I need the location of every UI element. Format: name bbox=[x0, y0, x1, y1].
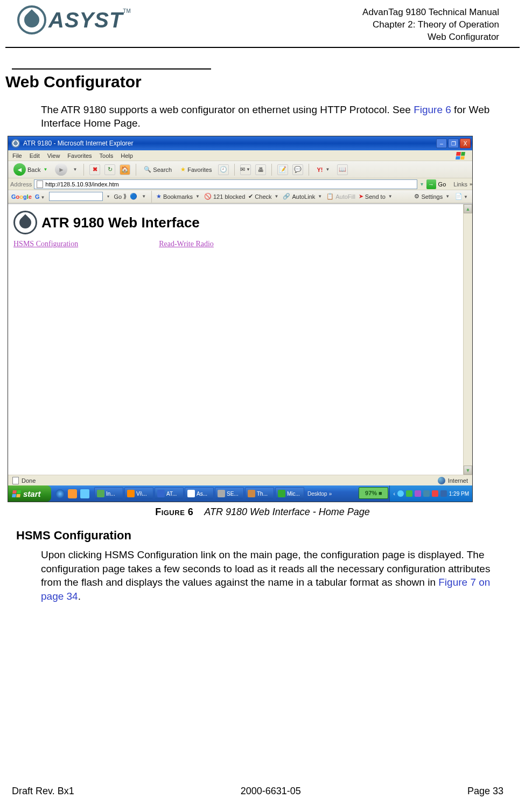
menu-bar: File Edit View Favorites Tools Help bbox=[8, 150, 472, 161]
mail-button[interactable]: ✉▼ bbox=[240, 164, 251, 175]
tray-expand-icon[interactable]: ‹ bbox=[393, 491, 395, 497]
search-icon: 🔍 bbox=[144, 166, 151, 173]
scroll-up-icon[interactable]: ▲ bbox=[464, 204, 472, 213]
page-icon bbox=[37, 181, 43, 188]
intro-paragraph: The ATR 9180 supports a web configurator… bbox=[41, 103, 503, 130]
go-button-2[interactable]: Go ⟫ bbox=[114, 193, 127, 200]
tray-icon[interactable] bbox=[415, 490, 421, 497]
windows-taskbar: start In... Vi\... AT... As... SE... Th.… bbox=[8, 485, 472, 502]
back-button[interactable]: ◄ Back ▼ bbox=[11, 162, 51, 177]
figure-6-link[interactable]: Figure 6 bbox=[414, 104, 451, 115]
menu-edit[interactable]: Edit bbox=[30, 152, 40, 159]
check-button[interactable]: ✔Check▼ bbox=[248, 193, 279, 200]
google-logo: Google bbox=[11, 193, 32, 200]
desktop-icon[interactable] bbox=[80, 489, 89, 498]
home-button[interactable]: 🏠 bbox=[120, 164, 130, 175]
menu-file[interactable]: File bbox=[12, 152, 22, 159]
autofill-button[interactable]: 📋AutoFill bbox=[326, 193, 355, 200]
address-input[interactable]: http://128.5.10.93/index.htm bbox=[34, 179, 417, 189]
folder-icon bbox=[127, 490, 135, 497]
print-button[interactable]: 🖶 bbox=[255, 164, 266, 175]
page-icon bbox=[12, 477, 19, 484]
book-icon: 📖 bbox=[339, 166, 346, 173]
g-icon-1[interactable]: 🔵 bbox=[130, 193, 137, 200]
menu-favorites[interactable]: Favorites bbox=[67, 152, 92, 159]
task-item[interactable]: AT... bbox=[155, 487, 184, 500]
hsms-config-link[interactable]: HSMS Configuration bbox=[13, 240, 78, 248]
cpu-meter[interactable]: 97%■ bbox=[359, 487, 388, 499]
links-expand-icon[interactable]: » bbox=[470, 182, 470, 187]
page-footer: Draft Rev. Bx1 2000-6631-05 Page 33 bbox=[0, 786, 525, 797]
edit-icon: 📝 bbox=[279, 166, 286, 173]
yahoo-button[interactable]: Y!▼ bbox=[314, 165, 333, 174]
section-title: Web Configurator bbox=[362, 31, 499, 44]
page-header: ASYSTTM AdvanTag 9180 Technical Manual C… bbox=[5, 0, 520, 48]
blocked-counter[interactable]: 🚫121 blocked bbox=[204, 193, 245, 200]
tray-icon[interactable] bbox=[397, 490, 404, 497]
settings-button[interactable]: ⚙Settings▼ bbox=[414, 193, 451, 200]
print-icon: 🖶 bbox=[258, 166, 264, 173]
task-item[interactable]: Vi\... bbox=[124, 487, 153, 500]
history-button[interactable]: 🕘 bbox=[218, 164, 229, 175]
menu-view[interactable]: View bbox=[47, 152, 60, 159]
research-button[interactable]: 📖 bbox=[337, 164, 348, 175]
g-search-dropdown[interactable]: ▾ bbox=[106, 194, 110, 199]
stop-icon: ✖ bbox=[93, 166, 97, 173]
ie-screenshot: ATR 9180 - Microsoft Internet Explorer –… bbox=[8, 136, 473, 502]
google-search-input[interactable] bbox=[49, 192, 103, 201]
send-to-button[interactable]: ➤Send to▼ bbox=[359, 193, 394, 200]
ie-icon[interactable] bbox=[55, 489, 65, 498]
google-toolbar: Google G▼ ▾ Go ⟫ 🔵 ▼ ★Bookmarks▼ 🚫121 bl… bbox=[8, 190, 472, 203]
windows-logo-icon bbox=[453, 150, 468, 161]
refresh-icon: ↻ bbox=[108, 166, 113, 173]
address-dropdown[interactable]: ▾ bbox=[419, 181, 424, 187]
tray-icon[interactable] bbox=[423, 490, 430, 497]
scroll-down-icon[interactable]: ▼ bbox=[464, 466, 472, 475]
menu-tools[interactable]: Tools bbox=[100, 152, 114, 159]
start-button[interactable]: start bbox=[8, 485, 51, 502]
header-breadcrumb: AdvanTag 9180 Technical Manual Chapter 2… bbox=[362, 5, 499, 44]
minimize-button[interactable]: – bbox=[436, 138, 447, 148]
section-rule bbox=[12, 68, 211, 70]
figure-title: ATR 9180 Web Interface - Home Page bbox=[204, 506, 370, 517]
g-dropdown[interactable]: G▼ bbox=[35, 193, 46, 200]
maximize-button[interactable]: ❐ bbox=[448, 138, 459, 148]
clock-icon: 🕘 bbox=[220, 166, 227, 173]
link-icon: 🔗 bbox=[283, 193, 290, 200]
logo-tm: TM bbox=[123, 8, 130, 14]
favorites-button[interactable]: ★Favorites bbox=[178, 165, 214, 174]
edit-button[interactable]: 📝 bbox=[277, 164, 288, 175]
pdf-icon[interactable]: 📄▼ bbox=[455, 193, 469, 200]
search-button[interactable]: 🔍Search bbox=[142, 165, 174, 174]
tray-icon[interactable] bbox=[406, 490, 412, 497]
menu-help[interactable]: Help bbox=[121, 152, 133, 159]
status-text: Done bbox=[22, 477, 36, 484]
tray-icon[interactable] bbox=[440, 490, 447, 497]
url-text: http://128.5.10.93/index.htm bbox=[45, 181, 118, 188]
outlook-icon[interactable] bbox=[68, 489, 77, 498]
forward-dropdown[interactable]: ▼ bbox=[72, 167, 78, 172]
tray-icon[interactable] bbox=[432, 490, 438, 497]
check-icon: ✔ bbox=[248, 193, 253, 200]
task-item[interactable]: As... bbox=[185, 487, 214, 500]
app-icon bbox=[218, 490, 225, 497]
intro-text-1: The ATR 9180 supports a web configurator… bbox=[41, 104, 414, 115]
discuss-button[interactable]: 💬 bbox=[292, 164, 303, 175]
refresh-button[interactable]: ↻ bbox=[104, 164, 115, 175]
stop-button[interactable]: ✖ bbox=[89, 164, 100, 175]
task-item[interactable]: In... bbox=[94, 487, 123, 500]
task-item[interactable]: Mic... bbox=[275, 487, 304, 500]
forward-button[interactable]: ► bbox=[55, 163, 67, 176]
hsms-text-2: . bbox=[78, 591, 81, 602]
task-item[interactable]: SE... bbox=[215, 487, 244, 500]
scrollbar[interactable]: ▲ ▼ bbox=[463, 204, 472, 475]
autolink-button[interactable]: 🔗AutoLink▼ bbox=[283, 193, 323, 200]
go-button[interactable]: → bbox=[426, 179, 436, 189]
bookmarks-button[interactable]: ★Bookmarks▼ bbox=[156, 193, 201, 200]
status-bar: Done Internet bbox=[8, 475, 472, 485]
desktop-label[interactable]: Desktop » bbox=[305, 487, 334, 500]
read-write-radio-link[interactable]: Read-Write Radio bbox=[159, 240, 214, 248]
hsms-paragraph: Upon clicking HSMS Configuration link on… bbox=[41, 548, 503, 603]
close-button[interactable]: X bbox=[460, 138, 471, 148]
task-item[interactable]: Th... bbox=[245, 487, 274, 500]
